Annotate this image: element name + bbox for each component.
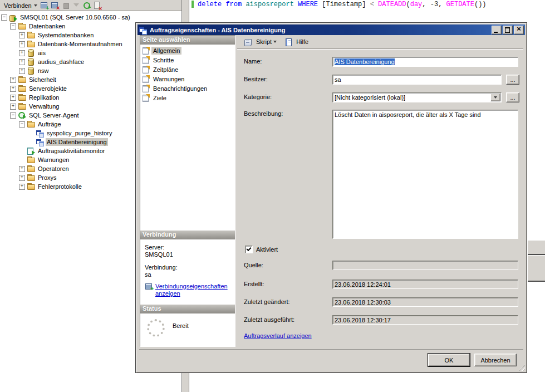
connection-properties-link[interactable]: Verbindungseigenschaften anzeigen (155, 283, 230, 297)
maximize-button[interactable] (503, 26, 513, 35)
tree-expander-icon[interactable]: + (19, 166, 25, 172)
tree-item-label[interactable]: Fehlerprotokolle (37, 183, 83, 190)
help-button-label: Hilfe (296, 38, 308, 45)
tree-expander-icon[interactable]: + (10, 104, 16, 110)
page-item[interactable]: Allgemein (140, 46, 235, 55)
tree-expander-icon[interactable]: − (1, 14, 7, 21)
resize-grip[interactable] (518, 364, 525, 371)
chevron-down-icon (34, 4, 37, 7)
dialog-title: Auftragseigenschaften - AIS Datenbereini… (150, 27, 490, 33)
description-textarea[interactable]: Löscht Daten in aisposreport, die älter … (332, 110, 518, 239)
tree-expander-icon[interactable]: − (10, 112, 16, 119)
page-item-label[interactable]: Zeitpläne (151, 66, 180, 74)
sql-line[interactable]: delete from aisposreport WHERE [Timestam… (198, 1, 487, 8)
minimize-button[interactable] (492, 26, 502, 35)
page-item[interactable]: Benachrichtigungen (140, 84, 235, 93)
script-error-icon[interactable] (93, 1, 102, 9)
tree-expander-icon[interactable]: + (19, 68, 25, 74)
disconnect-icon[interactable] (51, 1, 60, 9)
ok-button[interactable]: OK (428, 354, 470, 366)
tree-item-label[interactable]: audius_dashface (37, 58, 85, 66)
page-item-label[interactable]: Benachrichtigungen (151, 85, 209, 92)
tree-item-label[interactable]: Sicherheit (28, 76, 57, 84)
tree-item[interactable]: −SMSQL01 (SQL Server 10.50.6560 - sa) (0, 13, 181, 22)
connection-properties-icon (145, 283, 154, 291)
folder-icon (18, 94, 26, 101)
tree-item-label[interactable]: SQL Server-Agent (28, 111, 80, 119)
database-icon (27, 58, 35, 66)
tree-item-label[interactable]: Datenbanken (28, 22, 66, 30)
created-value: 23.06.2018 12:24:01 (335, 281, 391, 288)
tree-item-label[interactable]: Serverobjekte (28, 85, 68, 92)
tree-item-label[interactable]: Datenbank-Momentaufnahmen (37, 40, 124, 48)
category-dropdown-button[interactable] (490, 94, 500, 101)
dialog-titlebar[interactable]: Auftragseigenschaften - AIS Datenbereini… (138, 24, 525, 35)
page-item-label[interactable]: Schritte (151, 56, 175, 64)
tree-item-label[interactable]: syspolicy_purge_history (46, 129, 113, 137)
tree-expander-icon[interactable]: − (19, 121, 25, 128)
tree-item-label[interactable]: ais (37, 49, 47, 57)
dialog-toolbar: Skript Hilfe (237, 35, 523, 49)
folder-icon (27, 31, 35, 39)
description-label: Beschreibung: (244, 110, 283, 117)
name-input[interactable]: AIS Datenbereinigung (332, 57, 518, 67)
page-item[interactable]: Warnungen (140, 74, 235, 84)
folder-icon (18, 85, 26, 92)
tree-item-label[interactable]: nsw (37, 67, 50, 75)
folder-icon (27, 183, 35, 190)
close-button[interactable] (514, 26, 524, 35)
job-history-link[interactable]: Auftragsverlauf anzeigen (244, 332, 312, 339)
category-select-value: [Nicht kategorisiert (lokal)] (335, 94, 405, 101)
folder-icon (27, 174, 35, 182)
page-item-label[interactable]: Warnungen (151, 75, 186, 83)
tree-expander-icon[interactable]: + (19, 50, 25, 56)
tree-expander-icon[interactable]: + (19, 175, 25, 181)
connect-icon[interactable] (40, 1, 50, 9)
tree-expander-icon[interactable]: + (19, 41, 25, 47)
tree-item-label[interactable]: Replikation (28, 94, 60, 101)
page-item-label[interactable]: Allgemein (151, 47, 181, 55)
script-button[interactable]: Skript (242, 37, 279, 47)
owner-browse-button[interactable]: ... (506, 75, 519, 85)
cancel-button[interactable]: Abbrechen (474, 354, 517, 366)
pages-header: Seite auswählen (140, 36, 235, 45)
tree-item-label[interactable]: Auftragsaktivitätsmonitor (37, 147, 106, 155)
tree-expander-icon[interactable]: + (10, 95, 16, 101)
owner-input[interactable]: sa (332, 75, 502, 85)
source-label: Quelle: (244, 262, 263, 268)
tree-item-label[interactable]: AIS Datenbereinigung (46, 138, 108, 146)
tree-item-label[interactable]: Operatoren (37, 165, 70, 173)
tree-expander-icon[interactable]: + (19, 59, 25, 65)
tree-item-label[interactable]: Systemdatenbanken (37, 31, 95, 39)
executed-input: 23.06.2018 12:30:17 (332, 315, 518, 325)
category-browse-button[interactable]: ... (506, 92, 519, 102)
sql-token: < (370, 1, 378, 8)
agent-icon (18, 111, 26, 119)
enabled-checkbox[interactable] (245, 246, 253, 253)
tree-expander-icon[interactable]: + (10, 77, 16, 83)
page-item-label[interactable]: Ziele (151, 94, 168, 102)
property-page-icon (142, 75, 150, 82)
tree-item-label[interactable]: Proxys (37, 174, 58, 182)
connect-menu-button[interactable]: Verbinden (2, 2, 40, 9)
tree-item-label[interactable]: Warnungen (37, 156, 70, 164)
help-button[interactable]: Hilfe (282, 37, 311, 47)
page-item[interactable]: Zeitpläne (140, 65, 235, 74)
tree-item-label[interactable]: Verwaltung (28, 102, 60, 110)
page-item[interactable]: Schritte (140, 55, 235, 65)
progress-spinner-icon (147, 319, 165, 337)
tree-item-label[interactable]: Aufträge (37, 120, 62, 128)
refresh-icon[interactable] (82, 1, 92, 9)
tree-expander-icon[interactable]: + (10, 86, 16, 92)
owner-label: Besitzer: (244, 76, 268, 82)
dialog-pages-list[interactable]: AllgemeinSchritteZeitpläneWarnungenBenac… (140, 45, 235, 231)
connection-label: Verbindung: (145, 264, 230, 271)
page-item[interactable]: Ziele (140, 93, 235, 102)
tree-expander-icon[interactable]: + (19, 184, 25, 190)
category-select[interactable]: [Nicht kategorisiert (lokal)] (332, 92, 502, 102)
tree-expander-icon[interactable]: − (10, 23, 16, 30)
background-panel-strip (528, 241, 545, 255)
sql-token: [Timestamp] (322, 1, 370, 8)
tree-item-label[interactable]: SMSQL01 (SQL Server 10.50.6560 - sa) (19, 13, 131, 21)
tree-expander-icon[interactable]: + (19, 32, 25, 38)
